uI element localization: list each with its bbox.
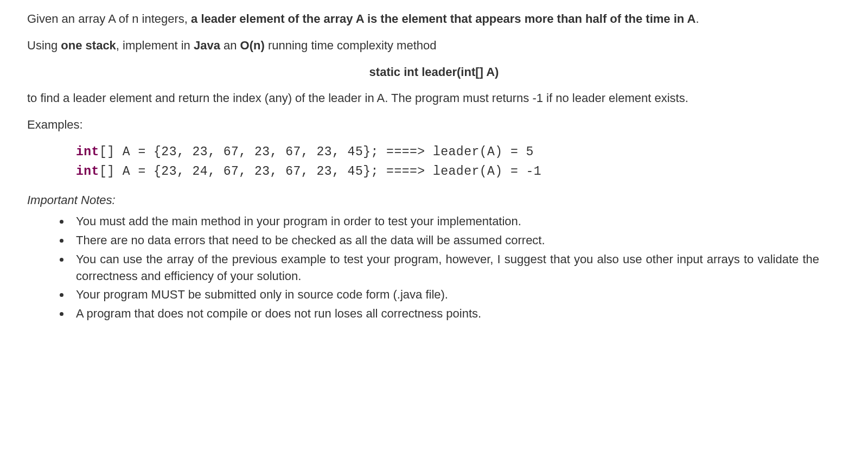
notes-header: Important Notes: — [27, 192, 841, 209]
example-2: int[] A = {23, 24, 67, 23, 67, 23, 45}; … — [76, 163, 841, 180]
list-item: There are no data errors that need to be… — [71, 232, 819, 249]
list-item: A program that does not compile or does … — [71, 306, 819, 322]
p1-t1: Given an array A of n integers, — [27, 12, 191, 26]
list-item: Your program MUST be submitted only in s… — [71, 287, 819, 303]
p1-b1: a leader element of the array A is the e… — [191, 12, 695, 26]
p1-t2: . — [695, 12, 699, 26]
notes-list: You must add the main method in your pro… — [49, 213, 841, 322]
example-1-rest: [] A = {23, 23, 67, 23, 67, 23, 45}; ===… — [99, 145, 534, 159]
p2-t2: , implement in — [116, 39, 194, 52]
p2-b1: one stack — [61, 39, 116, 52]
example-2-rest: [] A = {23, 24, 67, 23, 67, 23, 45}; ===… — [99, 164, 541, 179]
example-1: int[] A = {23, 23, 67, 23, 67, 23, 45}; … — [76, 143, 841, 161]
list-item: You can use the array of the previous ex… — [71, 251, 819, 285]
paragraph-2: Using one stack, implement in Java an O(… — [27, 37, 841, 54]
p2-b2: Java — [194, 39, 220, 52]
keyword-int: int — [76, 164, 99, 179]
paragraph-3: to find a leader element and return the … — [27, 90, 841, 107]
keyword-int: int — [76, 145, 99, 159]
paragraph-1: Given an array A of n integers, a leader… — [27, 11, 841, 28]
p2-t3: an — [220, 39, 240, 52]
method-signature: static int leader(int[] A) — [27, 64, 841, 81]
list-item: You must add the main method in your pro… — [71, 213, 819, 230]
examples-label: Examples: — [27, 117, 841, 134]
p2-t4: running time complexity method — [265, 39, 437, 52]
p2-b3: O(n) — [240, 39, 265, 52]
p2-t1: Using — [27, 39, 61, 52]
